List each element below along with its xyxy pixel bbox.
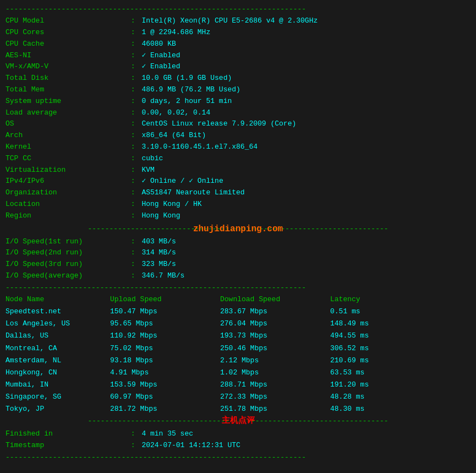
cpu-cores-label: CPU Cores [6, 27, 127, 39]
os-value: CentOS Linux release 7.9.2009 (Core) [141, 118, 296, 130]
table-row: Amsterdam, NL 93.18 Mbps 2.12 Mbps 210.6… [6, 355, 470, 367]
timestamp-row: Timestamp : 2024-07-01 14:12:31 UTC [6, 440, 470, 452]
ipv46-label: IPv4/IPv6 [6, 176, 127, 187]
speed-table: Node Name Upload Speed Download Speed La… [6, 293, 470, 415]
divider-2: ----------------------------------------… [6, 283, 470, 293]
speed-download: 288.71 Mbps [220, 379, 330, 391]
col-download-header: Download Speed [220, 293, 330, 306]
ipv46-row: IPv4/IPv6 : ✓ Online / ✓ Online [6, 176, 470, 187]
sysinfo-section: CPU Model : Intel(R) Xeon(R) CPU E5-2686… [6, 15, 470, 221]
io-avg-row: I/O Speed(average) : 346.7 MB/s [6, 270, 470, 282]
mem-value: 486.9 MB (76.2 MB Used) [141, 84, 240, 96]
mem-row: Total Mem : 486.9 MB (76.2 MB Used) [6, 84, 470, 96]
mem-label: Total Mem [6, 84, 127, 96]
disk-value: 10.0 GB (1.9 GB Used) [141, 73, 232, 84]
virt-value: KVM [141, 165, 154, 176]
aes-ni-row: AES-NI : ✓ Enabled [6, 50, 470, 62]
speed-download: 272.33 Mbps [220, 391, 330, 403]
watermark-divider-1: ----------------------------------------… [6, 223, 470, 235]
disk-label: Total Disk [6, 73, 127, 84]
cpu-cores-row: CPU Cores : 1 @ 2294.686 MHz [6, 27, 470, 39]
vmx-value: ✓ Enabled [141, 61, 180, 73]
uptime-row: System uptime : 0 days, 2 hour 51 min [6, 96, 470, 107]
cpu-model-value: Intel(R) Xeon(R) CPU E5-2686 v4 @ 2.30GH… [141, 15, 318, 27]
timestamp-value: 2024-07-01 14:12:31 UTC [141, 440, 240, 452]
os-label: OS [6, 118, 127, 130]
finished-row: Finished in : 4 min 35 sec [6, 428, 470, 440]
speed-upload: 95.65 Mbps [110, 318, 220, 330]
cpu-model-row: CPU Model : Intel(R) Xeon(R) CPU E5-2686… [6, 15, 470, 27]
table-row: Los Angeles, US 95.65 Mbps 276.04 Mbps 1… [6, 318, 470, 330]
watermark-1: zhujidianping.com [193, 223, 283, 235]
bottom-divider: ----------------------------------------… [6, 453, 470, 463]
top-divider: ----------------------------------------… [6, 4, 470, 14]
io-run3-label: I/O Speed(3rd run) [6, 259, 127, 270]
vmx-row: VM-x/AMD-V : ✓ Enabled [6, 61, 470, 73]
footer-section: Finished in : 4 min 35 sec Timestamp : 2… [6, 428, 470, 452]
timestamp-label: Timestamp [6, 440, 127, 452]
cpu-cache-row: CPU Cache : 46080 KB [6, 39, 470, 50]
speed-download: 250.46 Mbps [220, 342, 330, 355]
speed-download: 1.02 Mbps [220, 367, 330, 379]
finished-value: 4 min 35 sec [141, 428, 193, 440]
speed-latency: 306.52 ms [330, 342, 402, 355]
speed-download: 251.78 Mbps [220, 403, 330, 415]
speed-latency: 0.51 ms [330, 306, 402, 318]
table-row: Singapore, SG 60.97 Mbps 272.33 Mbps 48.… [6, 391, 470, 403]
speed-latency: 63.53 ms [330, 367, 402, 379]
speed-node: Dallas, US [6, 330, 110, 342]
virt-row: Virtualization : KVM [6, 165, 470, 176]
io-run3-value: 323 MB/s [141, 259, 176, 270]
speed-latency: 210.69 ms [330, 355, 402, 367]
cpu-cores-value: 1 @ 2294.686 MHz [141, 27, 210, 39]
org-value: AS51847 Nearoute Limited [141, 187, 244, 199]
region-value: Hong Kong [141, 210, 180, 222]
speed-download: 2.12 Mbps [220, 355, 330, 367]
location-value: Hong Kong / HK [141, 199, 201, 210]
kernel-label: Kernel [6, 142, 127, 153]
io-avg-value: 346.7 MB/s [141, 270, 184, 282]
finished-label: Finished in [6, 428, 127, 440]
cpu-model-label: CPU Model [6, 15, 127, 27]
org-row: Organization : AS51847 Nearoute Limited [6, 187, 470, 199]
region-label: Region [6, 210, 127, 222]
speed-download: 276.04 Mbps [220, 318, 330, 330]
vmx-label: VM-x/AMD-V [6, 61, 127, 73]
load-row: Load average : 0.00, 0.02, 0.14 [6, 107, 470, 119]
cpu-cache-label: CPU Cache [6, 39, 127, 50]
table-row: Speedtest.net 150.47 Mbps 283.67 Mbps 0.… [6, 306, 470, 318]
col-latency-header: Latency [330, 293, 402, 306]
speed-latency: 494.55 ms [330, 330, 402, 342]
arch-label: Arch [6, 130, 127, 142]
speed-table-header: Node Name Upload Speed Download Speed La… [6, 293, 470, 306]
table-row: Dallas, US 110.92 Mbps 193.73 Mbps 494.5… [6, 330, 470, 342]
kernel-row: Kernel : 3.10.0-1160.45.1.el7.x86_64 [6, 142, 470, 153]
kernel-value: 3.10.0-1160.45.1.el7.x86_64 [141, 142, 258, 153]
speed-latency: 48.28 ms [330, 391, 402, 403]
uptime-label: System uptime [6, 96, 127, 107]
speed-node: Amsterdam, NL [6, 355, 110, 367]
io-run2-value: 314 MB/s [141, 247, 176, 259]
location-label: Location [6, 199, 127, 210]
speed-node: Mumbai, IN [6, 379, 110, 391]
speed-upload: 4.91 Mbps [110, 367, 220, 379]
arch-value: x86_64 (64 Bit) [141, 130, 206, 142]
region-row: Region : Hong Kong [6, 210, 470, 222]
tcp-cc-value: cubic [141, 153, 163, 165]
uptime-value: 0 days, 2 hour 51 min [141, 96, 232, 107]
col-upload-header: Upload Speed [110, 293, 220, 306]
io-run3-row: I/O Speed(3rd run) : 323 MB/s [6, 259, 470, 270]
speed-download: 193.73 Mbps [220, 330, 330, 342]
io-run1-value: 403 MB/s [141, 236, 176, 248]
watermark-2: 主机点评 [222, 415, 255, 427]
speed-node: Speedtest.net [6, 306, 110, 318]
speed-download: 283.67 Mbps [220, 306, 330, 318]
table-row: Tokyo, JP 281.72 Mbps 251.78 Mbps 48.30 … [6, 403, 470, 415]
io-run1-label: I/O Speed(1st run) [6, 236, 127, 248]
speed-node: Hongkong, CN [6, 367, 110, 379]
speed-latency: 148.49 ms [330, 318, 402, 330]
speed-node: Montreal, CA [6, 342, 110, 355]
speed-upload: 75.02 Mbps [110, 342, 220, 355]
speed-upload: 93.18 Mbps [110, 355, 220, 367]
speed-node: Los Angeles, US [6, 318, 110, 330]
